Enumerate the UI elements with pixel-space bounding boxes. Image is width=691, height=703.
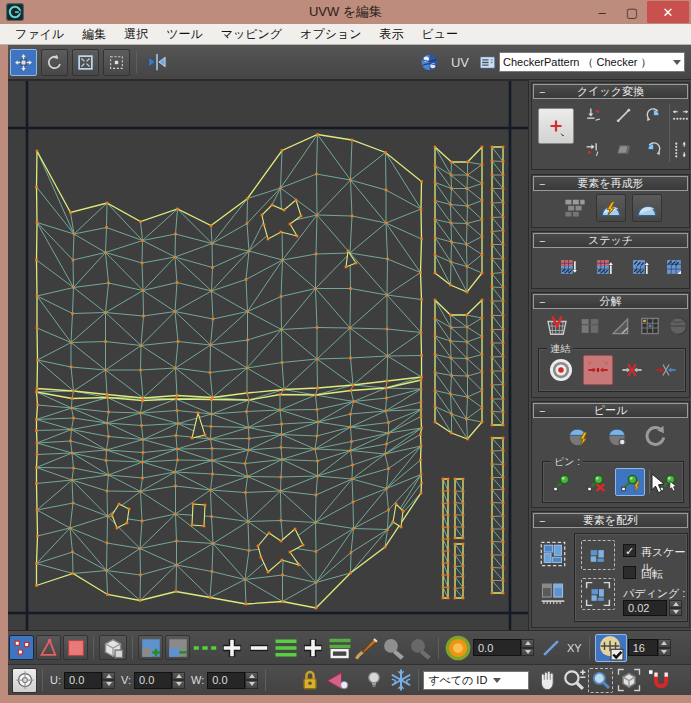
filter-selected-faces-button[interactable] [324, 668, 349, 693]
rollout-header-arrange[interactable]: − 要素を配列 [533, 513, 688, 528]
loop-mode-button[interactable] [192, 635, 217, 660]
ring-grow-button[interactable] [300, 635, 325, 660]
absolute-mode-button[interactable] [12, 668, 37, 693]
rotate-tool-button[interactable] [41, 49, 68, 76]
v-spin-buttons[interactable] [172, 672, 185, 689]
grow-selection-button[interactable] [138, 635, 163, 660]
rotate-checkbox[interactable] [623, 566, 636, 579]
rotate-ccw-button[interactable] [640, 102, 666, 128]
w-spin-buttons[interactable] [245, 672, 258, 689]
falloff-spinner[interactable]: 0.0 [473, 639, 521, 656]
rescale-checkbox[interactable]: ✓ [623, 544, 636, 557]
loop-shrink-button[interactable] [246, 635, 271, 660]
flatten-smoothing-button[interactable] [636, 312, 664, 340]
menu-select[interactable]: 選択 [115, 24, 157, 45]
weld-target-button[interactable] [651, 355, 681, 385]
spin-up-icon[interactable] [521, 639, 534, 648]
menu-tools[interactable]: ツール [157, 24, 212, 45]
spin-down-icon[interactable] [172, 680, 185, 689]
loop-grow-button[interactable] [219, 635, 244, 660]
rollout-header-peel[interactable]: − ピール [533, 403, 688, 418]
move-tool-button[interactable] [10, 49, 37, 76]
rotate-cw-button[interactable] [640, 136, 666, 162]
break-button[interactable] [617, 355, 647, 385]
quick-peel-button[interactable] [564, 421, 594, 451]
menu-display[interactable]: 表示 [371, 24, 413, 45]
falloff-space-button[interactable] [538, 635, 563, 660]
material-button[interactable] [416, 49, 443, 76]
rollout-header-stitch[interactable]: − ステッチ [533, 233, 688, 248]
element-select-button[interactable] [99, 635, 127, 660]
maximize-button[interactable]: ▢ [617, 1, 647, 23]
rollout-header-explode[interactable]: − 分解 [533, 294, 688, 309]
pack-together-button[interactable] [581, 540, 615, 570]
id-filter-dropdown[interactable]: すべての ID [423, 671, 529, 690]
ring-select-button[interactable] [327, 635, 352, 660]
flatten-disabled-button[interactable] [576, 312, 604, 340]
pack-region-button[interactable] [581, 578, 615, 610]
reset-peel-button[interactable] [640, 421, 670, 451]
pack-normalize-button[interactable] [537, 538, 569, 570]
spin-down-icon[interactable] [669, 608, 682, 616]
falloff-spin-buttons[interactable] [521, 639, 534, 656]
padding-spin-buttons[interactable] [669, 600, 682, 616]
menu-edit[interactable]: 編集 [73, 24, 115, 45]
center-pivot-button[interactable] [538, 108, 574, 144]
planar-map-button[interactable] [610, 136, 636, 162]
lock-selection-button[interactable] [297, 668, 322, 693]
zoom-region-button[interactable] [588, 668, 613, 693]
unpin-button[interactable] [581, 468, 611, 496]
falloff-space-label[interactable]: XY [567, 642, 582, 654]
zoom-button[interactable] [561, 668, 586, 693]
flatten-angle-button[interactable] [606, 312, 634, 340]
zoom-extents-button[interactable] [615, 668, 643, 693]
paint-enlarge-button[interactable] [381, 635, 406, 660]
spin-down-icon[interactable] [658, 648, 671, 657]
show-hidden-button[interactable] [361, 668, 386, 693]
spin-up-icon[interactable] [102, 672, 115, 681]
stitch-custom-button[interactable] [552, 252, 584, 282]
align-horizontal-button[interactable] [580, 136, 606, 162]
grid-snap-button[interactable] [595, 634, 627, 662]
spin-up-icon[interactable] [658, 639, 671, 648]
quick-relax-button[interactable] [596, 194, 626, 222]
scale-tool-button[interactable] [72, 49, 99, 76]
auto-pin-button[interactable] [615, 468, 645, 496]
stitch-source-button[interactable] [588, 252, 620, 282]
spin-down-icon[interactable] [102, 680, 115, 689]
uv-space-label[interactable]: UV [451, 55, 469, 70]
mirror-tool-button[interactable] [143, 49, 170, 76]
spin-down-icon[interactable] [521, 648, 534, 657]
align-angle-button[interactable] [610, 102, 636, 128]
peel-mode-button[interactable] [602, 421, 632, 451]
uv-canvas[interactable] [8, 80, 528, 630]
close-button[interactable]: ✕ [647, 1, 689, 23]
break-seams-button[interactable] [542, 312, 572, 340]
rollout-header-quick-transform[interactable]: − クイック変換 [533, 84, 688, 99]
flatten-material-button[interactable] [664, 312, 691, 340]
edge-select-button[interactable] [36, 635, 61, 660]
weld-selected-button[interactable] [583, 355, 613, 385]
menu-mapping[interactable]: マッピング [212, 24, 291, 45]
ring-mode-button[interactable] [273, 635, 298, 660]
paint-select-button[interactable] [354, 635, 379, 660]
spin-up-icon[interactable] [669, 600, 682, 608]
vertex-select-button[interactable] [9, 635, 34, 660]
snap-toggle-button[interactable] [645, 668, 673, 693]
grid-size-spinner[interactable]: 16 [628, 639, 658, 656]
pan-button[interactable] [534, 668, 559, 693]
menu-options[interactable]: オプション [291, 24, 370, 45]
soft-selection-button[interactable] [444, 635, 472, 660]
space-vertical-button[interactable] [670, 136, 690, 162]
rescale-cluster-button[interactable] [537, 577, 569, 609]
stitch-tool-button[interactable] [658, 252, 690, 282]
space-horizontal-button[interactable] [670, 102, 690, 128]
target-weld-button[interactable] [545, 355, 577, 385]
options-list-button[interactable] [477, 49, 497, 76]
minimize-button[interactable]: – [587, 1, 617, 23]
freeze-button[interactable] [388, 668, 413, 693]
texture-pattern-dropdown[interactable]: CheckerPattern （ Checker ） [499, 52, 685, 72]
grid-spin-buttons[interactable] [658, 639, 671, 656]
menu-view[interactable]: ビュー [413, 24, 468, 45]
relax-tool-button[interactable] [632, 194, 662, 222]
